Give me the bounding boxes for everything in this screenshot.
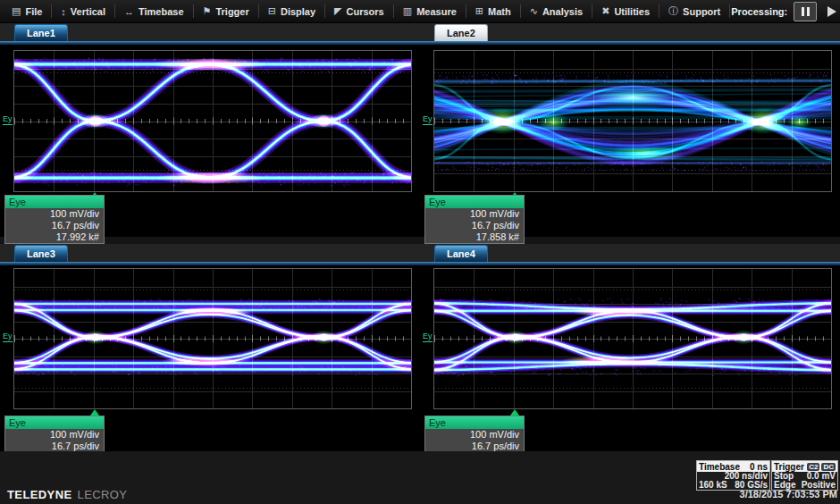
menu-item-label: Cursors	[347, 6, 384, 17]
processing-label: Processing:	[731, 6, 787, 17]
lane2-horizontal-scale: 16.7 ps/div	[425, 220, 524, 231]
timebase-icon: ↔	[124, 6, 134, 17]
menu-item-cursors[interactable]: ◤Cursors	[326, 0, 392, 22]
menu-separator	[592, 4, 592, 18]
trigger-title: Trigger	[774, 462, 804, 472]
lane1-tab-row: Lane1	[0, 23, 420, 41]
menu-item-label: Support	[683, 6, 720, 17]
support-icon: ⓘ	[668, 4, 678, 18]
lane3-trace-label: Ey	[3, 332, 13, 342]
trigger-source-badge: C2	[807, 463, 819, 471]
menu-item-label: Display	[281, 6, 315, 17]
menu-item-utilities[interactable]: ✖Utilities	[593, 0, 658, 22]
lane3-vertical-scale: 100 mV/div	[5, 429, 104, 441]
lane1-descriptor-title: Eye	[5, 196, 104, 208]
lane1-trace-descriptor[interactable]: Eye 100 mV/div 16.7 ps/div 17.992 k#	[4, 195, 105, 244]
menu-separator	[193, 4, 194, 18]
lane3-panel: Lane3 Ey Eye 100 mV/div 16.7 ps/div 17.8…	[0, 244, 420, 451]
menu-separator	[393, 4, 394, 18]
tab-lane3-label: Lane3	[27, 248, 55, 259]
tab-lane1-label: Lane1	[27, 28, 55, 38]
menu-item-trigger[interactable]: ⚑Trigger	[195, 0, 257, 22]
lane1-horizontal-scale: 16.7 ps/div	[5, 220, 104, 231]
lane4-trace-label: Ey	[423, 332, 433, 342]
tab-lane1[interactable]: Lane1	[14, 24, 68, 41]
lane4-trigger-position-marker[interactable]	[510, 409, 519, 416]
lane3-descriptor-title: Eye	[5, 416, 104, 429]
tab-lane2[interactable]: Lane2	[434, 24, 488, 41]
menu-item-label: Measure	[416, 6, 457, 17]
cursors-icon: ◤	[334, 5, 341, 17]
tab-lane3[interactable]: Lane3	[14, 245, 68, 262]
lane4-tab-row: Lane4	[420, 244, 840, 262]
menu-bar: ▤File↕Vertical↔Timebase⚑Trigger⊟Display◤…	[0, 0, 840, 23]
menu-separator	[659, 4, 659, 18]
menu-separator	[520, 4, 521, 18]
menu-item-math[interactable]: ⊞Math	[467, 0, 519, 22]
vertical-icon: ↕	[61, 6, 66, 17]
tab-lane2-label: Lane2	[447, 28, 475, 38]
menu-item-label: Timebase	[139, 6, 184, 17]
lane1-panel: Lane1 Ey Eye 100 mV/div 16.7 ps/div 17.9…	[0, 23, 420, 237]
brand-logo: TELEDYNELECROY	[7, 488, 127, 501]
brand-secondary: LECROY	[78, 488, 128, 501]
utilities-icon: ✖	[601, 5, 609, 17]
pause-icon	[807, 7, 810, 16]
lane3-trigger-position-marker[interactable]	[90, 409, 99, 416]
timebase-offset: 0 ns	[750, 462, 768, 472]
lane1-trace-label: Ey	[3, 115, 13, 125]
lane2-descriptor-title: Eye	[425, 196, 524, 208]
menu-separator	[114, 4, 115, 18]
menu-item-label: Vertical	[71, 6, 105, 17]
lane4-descriptor-title: Eye	[425, 416, 524, 429]
lane2-vertical-scale: 100 mV/div	[425, 208, 524, 220]
trigger-summary-box[interactable]: Trigger C2 DC Stop0.0 mV EdgePositive	[771, 460, 838, 491]
display-icon: ⊟	[268, 5, 276, 17]
menu-item-label: File	[25, 6, 42, 17]
lane3-eye-diagram-canvas	[13, 268, 412, 409]
measure-icon: ▥	[403, 5, 412, 17]
lane2-eye-diagram-canvas	[433, 50, 832, 192]
math-icon: ⊞	[475, 5, 483, 17]
menu-separator	[729, 4, 730, 18]
menu-item-analysis[interactable]: ∿Analysis	[522, 0, 591, 22]
menu-item-measure[interactable]: ▥Measure	[395, 0, 465, 22]
datetime-stamp: 3/18/2015 7:03:53 PM	[740, 489, 837, 500]
menu-item-support[interactable]: ⓘSupport	[660, 0, 728, 22]
menu-item-display[interactable]: ⊟Display	[260, 0, 323, 22]
analysis-icon: ∿	[530, 5, 538, 17]
lane2-trace-label: Ey	[423, 115, 433, 125]
menu-item-vertical[interactable]: ↕Vertical	[53, 0, 113, 22]
tab-lane4[interactable]: Lane4	[434, 245, 488, 262]
trigger-badges: C2 DC	[807, 463, 836, 471]
lane4-panel: Lane4 Ey Eye 100 mV/div 16.7 ps/div 17.8…	[420, 244, 840, 451]
lane2-sweep-count: 17.858 k#	[425, 231, 524, 243]
pause-button[interactable]	[794, 2, 817, 21]
play-icon	[827, 6, 836, 17]
timebase-summary-box[interactable]: Timebase 0 ns 200 ns/div 160 kS80 GS/s	[696, 460, 770, 491]
lane1-eye-diagram-canvas	[13, 50, 412, 192]
menu-item-label: Utilities	[614, 6, 650, 17]
lane1-vertical-scale: 100 mV/div	[5, 208, 104, 220]
lane1-sweep-count: 17.992 k#	[5, 231, 104, 243]
menu-item-label: Analysis	[542, 6, 583, 17]
lane2-panel: Lane2 Ey Eye 100 mV/div 16.7 ps/div 17.8…	[420, 23, 840, 237]
timebase-samples: 160 kS	[699, 481, 727, 490]
menu-separator	[466, 4, 466, 18]
menu-item-timebase[interactable]: ↔Timebase	[116, 0, 192, 22]
lane4-vertical-scale: 100 mV/div	[425, 429, 524, 441]
lane2-tab-row: Lane2	[420, 23, 840, 41]
menu-item-file[interactable]: ▤File	[4, 0, 50, 22]
processing-cluster: Processing: Mosaic Default: Undo ↶	[731, 1, 840, 22]
menu-separator	[51, 4, 52, 18]
play-button[interactable]	[823, 3, 840, 21]
trigger-coupling-badge: DC	[821, 463, 836, 471]
brand-primary: TELEDYNE	[7, 488, 72, 501]
lane2-trace-descriptor[interactable]: Eye 100 mV/div 16.7 ps/div 17.858 k#	[424, 195, 525, 244]
pause-icon	[802, 7, 804, 16]
tab-lane4-label: Lane4	[447, 248, 475, 259]
menu-item-label: Trigger	[215, 6, 248, 17]
menu-item-label: Math	[488, 6, 511, 17]
lane3-tab-row: Lane3	[0, 244, 420, 262]
file-icon: ▤	[12, 5, 21, 17]
